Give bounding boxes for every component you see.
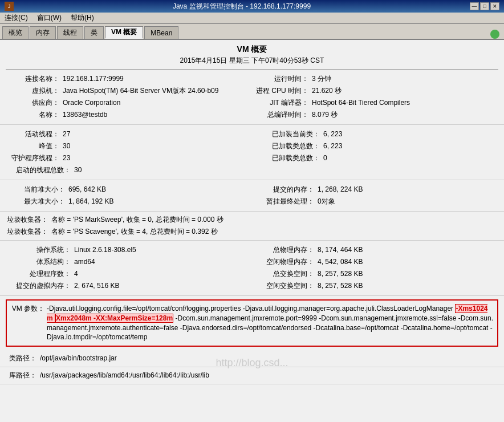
os-value: Linux 2.6.18-308.el5 [74, 246, 136, 254]
vm-summary-date: 2015年4月15日 星期三 下午07时40分53秒 CST [6, 56, 498, 70]
menu-window[interactable]: 窗口(W) [35, 13, 64, 23]
close-button[interactable]: ✕ [490, 2, 499, 10]
vm-summary-title: VM 概要 [0, 40, 504, 56]
vm-params-row: VM 参数： -Djava.util.logging.config.file=/… [10, 304, 494, 342]
runtime-info: 运行时间： 3 分钟 进程 CPU 时间： 21.620 秒 JIT 编译器： … [255, 73, 498, 121]
swap-row: 总交换空间： 8, 257, 528 KB [255, 268, 498, 280]
max-heap-row: 最大堆大小： 1, 864, 192 KB [6, 196, 249, 208]
arch-value: amd64 [74, 258, 95, 266]
gc-value-1: 名称 = 'PS MarkSweep', 收集 = 0, 总花费时间 = 0.0… [51, 215, 223, 225]
committed-label: 提交的内存： [255, 185, 318, 194]
tab-memory[interactable]: 内存 [30, 26, 56, 39]
swap-value: 8, 257, 528 KB [318, 270, 363, 278]
gc-value-2: 名称 = 'PS Scavenge', 收集 = 4, 总花费时间 = 0.39… [51, 227, 218, 237]
free-physical-row: 空闲物理内存： 4, 542, 084 KB [255, 256, 498, 268]
free-swap-label: 空闲交换空间： [255, 281, 318, 291]
total-threads-value: 30 [74, 166, 82, 174]
max-heap-label: 最大堆大小： [6, 197, 68, 206]
os-info: 操作系统： Linux 2.6.18-308.el5 体系结构： amd64 处… [6, 244, 249, 292]
window-title: Java 监视和管理控制台 - 192.168.1.177:9999 [14, 2, 470, 11]
libpath-value: /usr/java/packages/lib/amd64:/usr/lib64:… [40, 371, 209, 379]
gc-row-2: 垃圾收集器： 名称 = 'PS Scavenge', 收集 = 4, 总花费时间… [6, 226, 498, 238]
vm-args-highlight2: Xmx2048m -XX:MaxPermSize=128m [55, 314, 173, 323]
heap-block: 当前堆大小： 695, 642 KB 最大堆大小： 1, 864, 192 KB… [0, 180, 504, 212]
jvm-label: 虚拟机： [6, 86, 63, 96]
compile-label: 总编译时间： [255, 110, 312, 120]
heap-left: 当前堆大小： 695, 642 KB 最大堆大小： 1, 864, 192 KB [6, 184, 249, 208]
active-threads-row: 活动线程： 27 [6, 128, 249, 140]
physical-row: 总物理内存： 8, 174, 464 KB [255, 244, 498, 256]
tab-vm-summary[interactable]: VM 概要 [105, 26, 143, 39]
current-heap-value: 695, 642 KB [68, 185, 106, 193]
tab-mbean[interactable]: MBean [144, 26, 178, 39]
menu-help[interactable]: 帮助(H) [68, 13, 96, 23]
minimize-button[interactable]: — [470, 2, 479, 10]
virtual-row: 提交的虚拟内存： 2, 674, 516 KB [6, 280, 249, 292]
tab-overview[interactable]: 概览 [2, 26, 29, 39]
memory-info: 总物理内存： 8, 174, 464 KB 空闲物理内存： 4, 542, 08… [255, 244, 498, 292]
connection-name-label: 连接名称： [6, 74, 63, 84]
gc-row-1: 垃圾收集器： 名称 = 'PS MarkSweep', 收集 = 0, 总花费时… [6, 214, 498, 226]
tab-classes[interactable]: 类 [84, 26, 104, 39]
vm-params-value: -Djava.util.logging.config.file=/opt/tom… [47, 304, 494, 342]
cpu-label: 进程 CPU 时间： [255, 86, 312, 96]
classpath-value: /opt/java/bin/bootstrap.jar [40, 354, 117, 362]
daemon-threads-row: 守护程序线程： 23 [6, 152, 249, 164]
jvm-row: 虚拟机： Java HotSpot(TM) 64-Bit Server VM版本… [6, 85, 249, 97]
menu-bar: 连接(C) 窗口(W) 帮助(H) [0, 13, 504, 24]
unloaded-row: 已卸载类总数： 0 [255, 152, 498, 164]
window-controls[interactable]: — □ ✕ [470, 2, 499, 10]
connection-info: 连接名称： 192.168.1.177:9999 虚拟机： Java HotSp… [6, 73, 249, 121]
compile-value: 8.079 秒 [312, 110, 338, 120]
total-loaded-value: 6, 223 [323, 142, 342, 150]
tab-bar: 概览 内存 线程 类 VM 概要 MBean [0, 24, 504, 40]
status-indicator [490, 30, 499, 39]
unloaded-label: 已卸载类总数： [255, 153, 323, 163]
classpath-label: 类路径： [6, 354, 40, 363]
classpath-row: 类路径： /opt/java/bin/bootstrap.jar [6, 352, 498, 364]
peak-threads-row: 峰值： 30 [6, 140, 249, 152]
physical-value: 8, 174, 464 KB [318, 246, 363, 254]
vendor-label: 供应商： [6, 98, 63, 108]
max-heap-value: 1, 864, 192 KB [68, 197, 113, 205]
cpu-value: 21.620 秒 [312, 86, 342, 96]
daemon-threads-label: 守护程序线程： [6, 153, 63, 163]
peak-threads-label: 峰值： [6, 141, 63, 151]
libpath-block: 库路径： /usr/java/packages/lib/amd64:/usr/l… [0, 367, 504, 384]
gc-block: 垃圾收集器： 名称 = 'PS MarkSweep', 收集 = 0, 总花费时… [0, 212, 504, 241]
pending-value: 0对象 [318, 197, 335, 206]
connection-name-value: 192.168.1.177:9999 [63, 75, 124, 83]
heap-section: 当前堆大小： 695, 642 KB 最大堆大小： 1, 864, 192 KB… [0, 180, 504, 212]
maximize-button[interactable]: □ [480, 2, 489, 10]
tab-threads[interactable]: 线程 [57, 26, 83, 39]
committed-value: 1, 268, 224 KB [318, 185, 363, 193]
current-heap-row: 当前堆大小： 695, 642 KB [6, 184, 249, 196]
gc-label-1: 垃圾收集器： [6, 215, 51, 225]
procs-value: 4 [74, 270, 78, 278]
title-bar: J Java 监视和管理控制台 - 192.168.1.177:9999 — □… [0, 0, 504, 13]
menu-connect[interactable]: 连接(C) [2, 13, 30, 23]
physical-label: 总物理内存： [255, 245, 318, 255]
active-threads-value: 27 [63, 130, 70, 138]
current-classes-label: 已加装当前类： [255, 129, 323, 139]
uptime-value: 3 分钟 [312, 74, 331, 84]
libpath-label: 库路径： [6, 371, 40, 380]
connection-runtime-block: 连接名称： 192.168.1.177:9999 虚拟机： Java HotSp… [0, 70, 504, 125]
app-icon: J [5, 2, 14, 11]
free-physical-label: 空闲物理内存： [255, 257, 318, 267]
peak-threads-value: 30 [63, 142, 70, 150]
connection-name-row: 连接名称： 192.168.1.177:9999 [6, 73, 249, 85]
total-threads-row: 启动的线程总数： 30 [6, 164, 249, 176]
virtual-label: 提交的虚拟内存： [6, 281, 74, 291]
total-loaded-row: 已加载类总数： 6, 223 [255, 140, 498, 152]
classpath-block: 类路径： /opt/java/bin/bootstrap.jar [0, 350, 504, 367]
total-loaded-label: 已加载类总数： [255, 141, 323, 151]
free-physical-value: 4, 542, 084 KB [318, 258, 363, 266]
total-threads-label: 启动的线程总数： [6, 165, 74, 175]
daemon-threads-value: 23 [63, 154, 70, 162]
arch-row: 体系结构： amd64 [6, 256, 249, 268]
heap-right: 提交的内存： 1, 268, 224 KB 暂挂最终处理： 0对象 [255, 184, 498, 208]
connection-indicator [490, 30, 502, 39]
committed-row: 提交的内存： 1, 268, 224 KB [255, 184, 498, 196]
os-memory-block: 操作系统： Linux 2.6.18-308.el5 体系结构： amd64 处… [0, 241, 504, 296]
